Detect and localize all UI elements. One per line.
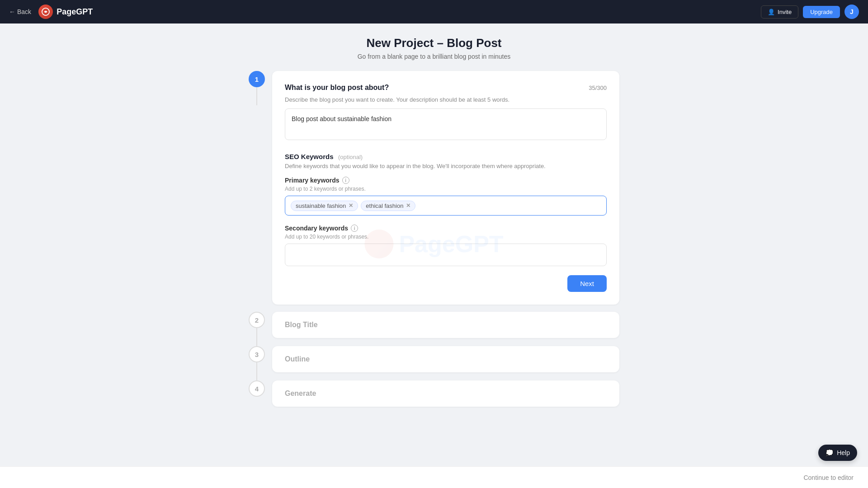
primary-keywords-info-icon[interactable]: i xyxy=(342,177,349,184)
person-icon: 👤 xyxy=(768,9,775,15)
step-3-title: Outline xyxy=(285,355,607,363)
blog-question-title: What is your blog post about? xyxy=(285,84,389,92)
step-4-card: Generate xyxy=(272,380,619,407)
seo-desc: Define keywords that you would like to a… xyxy=(285,163,607,169)
invite-label: Invite xyxy=(778,9,792,15)
bottom-bar: Continue to editor xyxy=(0,466,868,488)
primary-keywords-sublabel: Add up to 2 keywords or phrases. xyxy=(285,186,607,192)
step-4-circle: 4 xyxy=(249,380,265,397)
keyword-tag-ethical: ethical fashion ✕ xyxy=(361,201,415,211)
keyword-tag-ethical-text: ethical fashion xyxy=(366,202,403,209)
secondary-keywords-sublabel: Add up to 20 keywords or phrases. xyxy=(285,234,607,240)
step-3-indicator: 3 xyxy=(249,346,265,380)
step-1-line xyxy=(256,87,257,105)
step-3-row: 3 Outline xyxy=(249,346,619,380)
main-content: New Project – Blog Post Go from a blank … xyxy=(0,0,868,488)
step-3-line xyxy=(256,362,257,380)
step-2-circle: 2 xyxy=(249,312,265,328)
secondary-keywords-label: Secondary keywords i xyxy=(285,225,607,232)
header-right: 👤 Invite Upgrade J xyxy=(761,5,859,19)
keyword-tag-sustainable-text: sustainable fashion xyxy=(296,202,346,209)
step-4-row: 4 Generate xyxy=(249,380,619,414)
steps-container: 1 What is your blog post about? 35/300 D… xyxy=(249,71,619,414)
step-1-circle: 1 xyxy=(249,71,265,87)
secondary-keywords-section: Secondary keywords i Add up to 20 keywor… xyxy=(285,225,607,266)
blog-textarea[interactable]: Blog post about sustainable fashion xyxy=(285,108,607,140)
header: ← Back PageGPT 👤 Invite Upgrade J xyxy=(0,0,868,23)
char-count: 35/300 xyxy=(589,84,607,91)
page-subtitle: Go from a blank page to a brilliant blog… xyxy=(358,53,511,60)
seo-optional: (optional) xyxy=(338,154,363,160)
continue-to-editor-link[interactable]: Continue to editor xyxy=(803,474,854,481)
back-label: Back xyxy=(17,8,31,15)
keyword-tag-sustainable-remove[interactable]: ✕ xyxy=(349,203,353,208)
help-button[interactable]: 💭 Help xyxy=(818,445,857,461)
logo-area: PageGPT xyxy=(38,5,93,19)
back-button[interactable]: ← Back xyxy=(9,8,31,15)
keyword-tag-sustainable: sustainable fashion ✕ xyxy=(291,201,358,211)
step-2-card: Blog Title xyxy=(272,312,619,338)
primary-keywords-input-box[interactable]: sustainable fashion ✕ ethical fashion ✕ xyxy=(285,196,607,216)
avatar[interactable]: J xyxy=(844,5,859,19)
next-button[interactable]: Next xyxy=(567,275,607,292)
page-header: New Project – Blog Post Go from a blank … xyxy=(358,36,511,60)
step-1-row: 1 What is your blog post about? 35/300 D… xyxy=(249,71,619,312)
help-label: Help xyxy=(837,449,850,456)
upgrade-button[interactable]: Upgrade xyxy=(803,6,840,18)
seo-title: SEO Keywords xyxy=(285,153,334,160)
seo-section: SEO Keywords (optional) Define keywords … xyxy=(285,153,607,292)
invite-button[interactable]: 👤 Invite xyxy=(761,5,798,19)
step-2-title: Blog Title xyxy=(285,321,607,329)
secondary-keywords-info-icon[interactable]: i xyxy=(351,225,358,232)
step-4-indicator: 4 xyxy=(249,380,265,397)
step-3-circle: 3 xyxy=(249,346,265,362)
secondary-keywords-input[interactable] xyxy=(285,244,607,266)
step-2-line xyxy=(256,328,257,346)
blog-question-desc: Describe the blog post you want to creat… xyxy=(285,96,607,103)
next-button-container: Next xyxy=(285,266,607,292)
keyword-tag-ethical-remove[interactable]: ✕ xyxy=(406,203,410,208)
logo-text: PageGPT xyxy=(57,7,93,17)
blog-question-header: What is your blog post about? 35/300 xyxy=(285,84,607,94)
step-2-indicator: 2 xyxy=(249,312,265,346)
page-title: New Project – Blog Post xyxy=(358,36,511,50)
help-icon: 💭 xyxy=(826,449,833,456)
logo-icon xyxy=(38,5,53,19)
header-left: ← Back PageGPT xyxy=(9,5,93,19)
primary-keywords-label: Primary keywords i xyxy=(285,177,607,184)
step-3-card: Outline xyxy=(272,346,619,372)
step-2-row: 2 Blog Title xyxy=(249,312,619,346)
step-1-card: What is your blog post about? 35/300 Des… xyxy=(272,71,619,305)
step-4-title: Generate xyxy=(285,389,607,398)
step-1-indicator: 1 xyxy=(249,71,265,105)
